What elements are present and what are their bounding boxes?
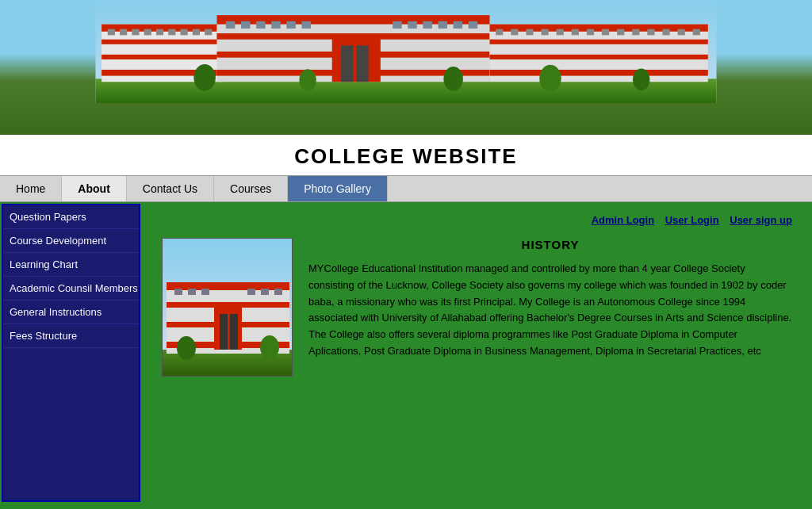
svg-rect-34 [454,21,462,29]
user-signup-link[interactable]: User sign up [730,214,792,226]
svg-rect-30 [393,21,401,29]
svg-rect-4 [102,40,223,44]
svg-rect-70 [174,289,182,295]
svg-rect-29 [301,21,310,29]
svg-rect-12 [168,29,175,36]
svg-rect-68 [220,314,228,350]
svg-rect-74 [261,289,269,295]
nav-about[interactable]: About [62,176,126,201]
svg-rect-48 [602,29,609,36]
svg-rect-10 [144,29,151,36]
svg-rect-35 [469,21,477,29]
svg-rect-27 [271,21,280,29]
svg-rect-31 [408,21,416,29]
svg-rect-63 [167,282,289,290]
svg-point-57 [443,67,462,91]
svg-point-56 [299,69,316,91]
svg-rect-32 [423,21,431,29]
sidebar: Question Papers Course Development Learn… [2,204,140,502]
navbar: Home About Contact Us Courses Photo Gall… [0,175,812,202]
history-text: HISTORY MYCollege Educational Institutio… [308,238,792,377]
svg-point-76 [177,336,196,360]
college-image [162,238,293,377]
svg-rect-11 [156,29,163,36]
svg-rect-8 [120,29,127,36]
nav-contact[interactable]: Contact Us [127,176,214,201]
svg-rect-14 [193,29,200,36]
user-login-link[interactable]: User Login [665,214,719,226]
site-title-bar: COLLEGE WEBSITE [0,135,812,175]
svg-rect-41 [496,29,503,36]
svg-rect-49 [617,29,624,36]
svg-rect-25 [241,21,250,29]
svg-rect-45 [557,29,564,36]
svg-rect-47 [587,29,594,36]
svg-point-55 [193,64,216,91]
login-links: Admin Login User Login User sign up [154,210,800,234]
svg-rect-43 [526,29,533,36]
sidebar-item-academic-council[interactable]: Academic Counsil Members [3,277,139,300]
svg-rect-44 [542,29,549,36]
history-section-title: HISTORY [308,238,792,251]
sidebar-item-general-instructions[interactable]: General Instructions [3,300,139,324]
svg-rect-5 [102,55,223,59]
svg-rect-69 [230,314,238,350]
sidebar-item-course-development[interactable]: Course Development [3,229,139,253]
svg-rect-24 [226,21,235,29]
svg-rect-28 [286,21,295,29]
svg-rect-53 [678,29,685,36]
svg-point-58 [539,65,561,92]
nav-home[interactable]: Home [0,176,62,201]
sidebar-item-fees-structure[interactable]: Fees Structure [3,324,139,348]
history-body-text: MYCollege Educational Institution manage… [308,261,792,360]
svg-rect-15 [205,29,212,36]
svg-rect-37 [490,25,708,32]
history-section: HISTORY MYCollege Educational Institutio… [154,234,800,381]
svg-rect-13 [181,29,188,36]
nav-photo-gallery[interactable]: Photo Gallery [288,176,388,201]
svg-rect-51 [647,29,654,36]
svg-rect-33 [439,21,447,29]
svg-rect-54 [693,29,700,36]
sidebar-item-question-papers[interactable]: Question Papers [3,205,139,229]
svg-rect-39 [490,55,708,59]
svg-rect-38 [490,40,708,44]
svg-rect-72 [201,289,209,295]
site-title: COLLEGE WEBSITE [0,144,812,169]
svg-rect-7 [108,29,115,36]
svg-rect-73 [247,289,255,295]
svg-point-59 [633,68,649,90]
content-area: Admin Login User Login User sign up [142,202,812,503]
svg-rect-46 [572,29,579,36]
svg-rect-50 [632,29,639,36]
svg-rect-9 [132,29,139,36]
nav-courses[interactable]: Courses [214,176,288,201]
svg-rect-26 [256,21,265,29]
svg-rect-71 [188,289,196,295]
svg-rect-1 [95,78,716,103]
svg-rect-40 [490,70,708,76]
svg-rect-22 [341,45,353,82]
svg-point-77 [260,335,279,359]
sidebar-item-learning-chart[interactable]: Learning Chart [3,253,139,277]
svg-rect-23 [356,45,368,82]
main-content: Question Papers Course Development Learn… [0,202,812,503]
svg-rect-75 [274,289,282,295]
header-banner [0,0,812,135]
svg-rect-52 [662,29,669,36]
admin-login-link[interactable]: Admin Login [592,214,654,226]
svg-rect-42 [511,29,518,36]
